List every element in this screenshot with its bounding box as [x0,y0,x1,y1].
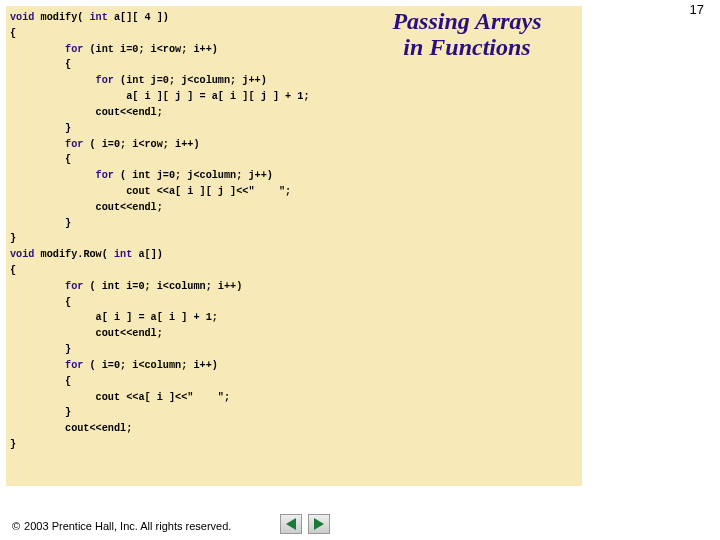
copyright-symbol: © [12,520,20,532]
code-text: { [10,376,71,387]
code-text: } [10,344,71,355]
footer: © 2003 Prentice Hall, Inc. All rights re… [12,520,231,532]
code-text: cout<<endl; [10,328,163,339]
kw-for: for [10,170,114,181]
code-text: } [10,218,71,229]
kw-for: for [10,75,114,86]
kw-for: for [10,139,83,150]
kw-for: for [10,360,83,371]
code-text: (int i=0; i<row; i++) [83,44,218,55]
kw-void: void [10,12,34,23]
nav-arrows [280,514,330,534]
prev-slide-button[interactable] [280,514,302,534]
code-text: cout <<a[ i ]<<" "; [10,392,230,403]
kw-int: int [114,249,132,260]
triangle-right-icon [314,518,324,530]
code-text: { [10,265,16,276]
kw-for: for [10,281,83,292]
code-text: } [10,123,71,134]
triangle-left-icon [286,518,296,530]
code-text: { [10,59,71,70]
code-text: a[ i ][ j ] = a[ i ][ j ] + 1; [10,91,310,102]
code-text: a[][ 4 ]) [108,12,169,23]
copyright-text: 2003 Prentice Hall, Inc. All rights rese… [24,520,231,532]
code-text: a[ i ] = a[ i ] + 1; [10,312,218,323]
code-block: void modify( int a[][ 4 ]) { for (int i=… [10,10,578,453]
code-text: { [10,28,16,39]
code-text: } [10,439,16,450]
next-slide-button[interactable] [308,514,330,534]
kw-for: for [10,44,83,55]
code-text: } [10,233,16,244]
code-text: cout <<a[ i ][ j ]<<" "; [10,186,291,197]
code-text: (int j=0; j<column; j++) [114,75,267,86]
code-text: cout<<endl; [10,107,163,118]
code-text: ( i=0; i<column; i++) [83,360,218,371]
code-text: modify.Row( [34,249,113,260]
code-text: ( i=0; i<row; i++) [83,139,199,150]
kw-void: void [10,249,34,260]
code-text: { [10,154,71,165]
page-number: 17 [690,2,704,17]
slide-content: Passing Arrays in Functions void modify(… [6,6,582,486]
code-text: } [10,407,71,418]
code-text: modify( [34,12,89,23]
kw-int: int [90,12,108,23]
code-text: { [10,297,71,308]
code-text: a[]) [132,249,163,260]
code-text: cout<<endl; [10,202,163,213]
code-text: cout<<endl; [10,423,132,434]
code-text: ( int i=0; i<column; i++) [83,281,242,292]
code-text: ( int j=0; j<column; j++) [114,170,273,181]
